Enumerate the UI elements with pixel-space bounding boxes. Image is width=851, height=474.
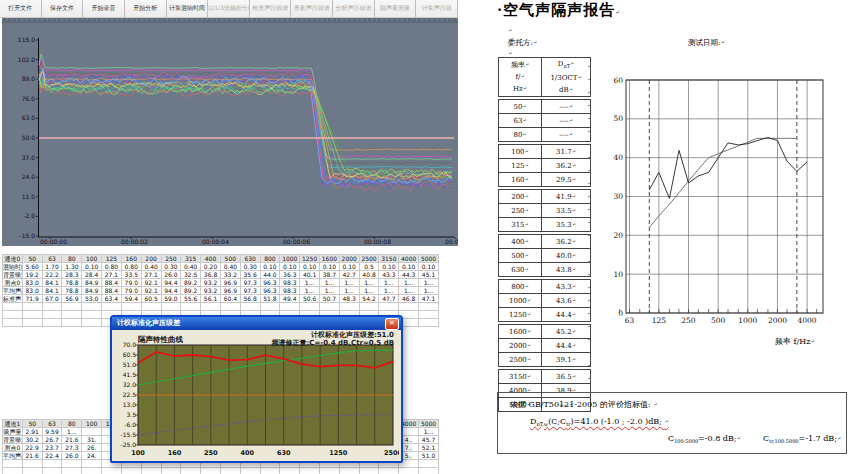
table-cell[interactable]: [220, 468, 240, 474]
table-cell[interactable]: 97.3: [240, 279, 260, 287]
table-cell[interactable]: 94.4: [161, 287, 181, 295]
table-cell[interactable]: 56.1: [201, 295, 221, 303]
table-cell[interactable]: 32.5: [181, 271, 201, 279]
table-cell[interactable]: 1...: [300, 279, 320, 287]
table-cell[interactable]: [419, 311, 439, 319]
table-cell[interactable]: [320, 468, 340, 474]
table-cell[interactable]: [42, 311, 62, 319]
table-cell[interactable]: [280, 303, 300, 311]
table-cell[interactable]: [82, 311, 102, 319]
table-cell[interactable]: 50.7: [320, 295, 340, 303]
table-cell[interactable]: [300, 303, 320, 311]
table-cell[interactable]: 96.9: [220, 287, 240, 295]
table-cell[interactable]: 51.0: [419, 452, 439, 460]
table-cell[interactable]: 22.9: [22, 444, 42, 452]
table-cell[interactable]: 0.10: [339, 263, 359, 271]
table-cell[interactable]: 0.40: [181, 263, 201, 271]
table-cell[interactable]: 0.5: [359, 263, 379, 271]
table-cell[interactable]: [161, 468, 181, 474]
table-cell[interactable]: [280, 468, 300, 474]
table-cell[interactable]: [121, 303, 141, 311]
table-cell[interactable]: 19.2: [22, 271, 42, 279]
table-cell[interactable]: 49.4: [280, 295, 300, 303]
table-cell[interactable]: [22, 303, 42, 311]
toolbar-button[interactable]: 计算混响时间: [167, 0, 209, 17]
table-cell[interactable]: 0.20: [201, 263, 221, 271]
table-cell[interactable]: [62, 303, 82, 311]
table-cell[interactable]: [320, 303, 340, 311]
table-cell[interactable]: 48.3: [339, 295, 359, 303]
table-cell[interactable]: 52.1: [419, 444, 439, 452]
table-cell[interactable]: [3, 319, 23, 327]
table-cell[interactable]: 27.1: [102, 271, 122, 279]
table-cell[interactable]: 1...: [359, 287, 379, 295]
table-row[interactable]: 混响时间5.601.701.300.100.800.800.400.300.40…: [3, 263, 439, 271]
table-cell[interactable]: 46.8: [399, 295, 419, 303]
table-cell[interactable]: 0.40: [141, 263, 161, 271]
toolbar-button[interactable]: 开始分析: [125, 0, 167, 17]
table-cell[interactable]: [339, 303, 359, 311]
table-cell[interactable]: 44.3: [399, 271, 419, 279]
table-cell[interactable]: [399, 468, 419, 474]
table-cell[interactable]: 33.5: [121, 271, 141, 279]
table-cell[interactable]: [62, 460, 82, 468]
table-cell[interactable]: 1.30: [62, 263, 82, 271]
table-cell[interactable]: 1...: [359, 279, 379, 287]
table-cell[interactable]: 1...: [419, 428, 439, 436]
row-label-cell[interactable]: 平均声压: [3, 287, 23, 295]
table-cell[interactable]: [201, 468, 221, 474]
table-cell[interactable]: [419, 460, 439, 468]
table-cell[interactable]: 50.6: [300, 295, 320, 303]
table-cell[interactable]: [260, 303, 280, 311]
table-cell[interactable]: 0.10: [260, 263, 280, 271]
table-cell[interactable]: 9.59: [42, 428, 62, 436]
table-cell[interactable]: 22.2: [42, 271, 62, 279]
table-cell[interactable]: 83.0: [22, 287, 42, 295]
table-cell[interactable]: 26.0: [161, 271, 181, 279]
table-cell[interactable]: 1...: [62, 428, 82, 436]
table-cell[interactable]: 0.10: [300, 263, 320, 271]
table-cell[interactable]: 1...: [419, 287, 439, 295]
table-cell[interactable]: [419, 303, 439, 311]
table-cell[interactable]: [42, 319, 62, 327]
table-cell[interactable]: 59.4: [121, 295, 141, 303]
table-cell[interactable]: 98.3: [280, 287, 300, 295]
table-cell[interactable]: 0.30: [161, 263, 181, 271]
table-cell[interactable]: 96.3: [260, 279, 280, 287]
table-cell[interactable]: [42, 460, 62, 468]
table-cell[interactable]: 60.4: [220, 295, 240, 303]
table-cell[interactable]: 88.4: [102, 279, 122, 287]
table-cell[interactable]: [181, 303, 201, 311]
table-cell[interactable]: 30.2: [22, 436, 42, 444]
table-cell[interactable]: [42, 468, 62, 474]
table-cell[interactable]: [359, 303, 379, 311]
dialog-titlebar[interactable]: 计权标准化声压级差 ✕: [112, 317, 401, 330]
table-cell[interactable]: [22, 460, 42, 468]
row-label-cell[interactable]: 背景噪声: [3, 436, 23, 444]
table-cell[interactable]: 0.10: [320, 263, 340, 271]
table-cell[interactable]: [42, 303, 62, 311]
table-cell[interactable]: 36.3: [280, 271, 300, 279]
table-cell[interactable]: 1.70: [42, 263, 62, 271]
table-cell[interactable]: 93.2: [201, 279, 221, 287]
table-cell[interactable]: 2.91: [22, 428, 42, 436]
table-cell[interactable]: 0.10: [82, 263, 102, 271]
table-cell[interactable]: 53.0: [82, 295, 102, 303]
table-cell[interactable]: 59.0: [161, 295, 181, 303]
table-cell[interactable]: [161, 303, 181, 311]
table-cell[interactable]: 42.7: [339, 271, 359, 279]
table-cell[interactable]: [419, 468, 439, 474]
table-cell[interactable]: 0.80: [121, 263, 141, 271]
close-icon[interactable]: ✕: [385, 318, 399, 330]
table-cell[interactable]: 26.0: [62, 452, 82, 460]
table-cell[interactable]: 78.8: [62, 279, 82, 287]
table-cell[interactable]: 84.1: [42, 287, 62, 295]
table-cell[interactable]: 47.1: [419, 295, 439, 303]
table-cell[interactable]: [3, 468, 23, 474]
table-cell[interactable]: 56.8: [240, 295, 260, 303]
table-cell[interactable]: 0.10: [379, 263, 399, 271]
table-cell[interactable]: [260, 468, 280, 474]
table-row[interactable]: 平均声压83.084.178.884.988.479.092.194.489.2…: [3, 287, 439, 295]
table-cell[interactable]: 51.8: [260, 295, 280, 303]
toolbar-button[interactable]: 打开文件: [0, 0, 42, 17]
